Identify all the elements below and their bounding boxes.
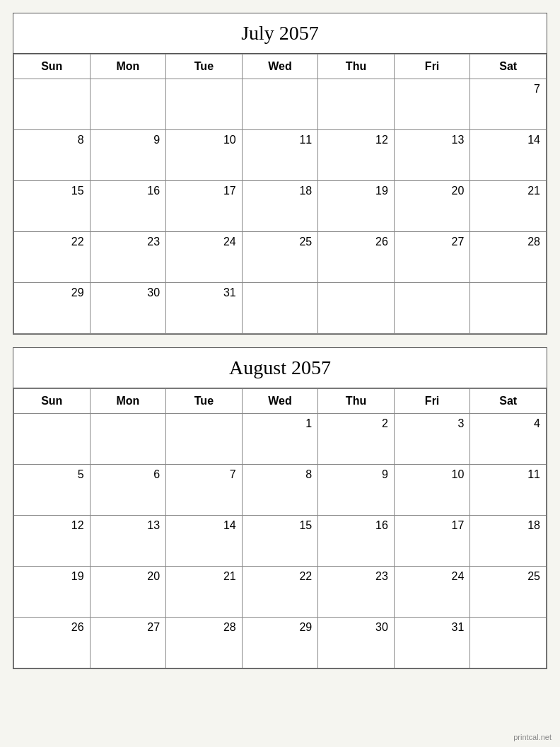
table-row: 31 [166,283,243,334]
table-row: 30 [318,618,395,668]
table-row [242,283,318,334]
table-row: 3 [394,414,470,465]
table-row: 28 [166,618,243,668]
header-mon: Mon [90,54,166,79]
table-row: 17 [394,516,470,567]
august-title: August 2057 [13,348,547,388]
header-sun: Sun [14,54,91,79]
table-row: 14 [166,516,243,567]
table-row [14,79,91,130]
table-row: 27 [394,232,470,283]
header-fri: Fri [394,54,470,79]
table-row: 18 [470,516,547,567]
table-row: 8 [14,130,91,181]
header-tue: Tue [166,389,243,414]
table-row: 22 [14,232,91,283]
table-row: 22 [242,567,318,618]
august-calendar: August 2057 Sun Mon Tue Wed Thu Fri Sat … [13,347,547,669]
table-row: 11 [470,465,547,516]
header-sat: Sat [470,389,547,414]
table-row: 15 [242,516,318,567]
table-row: 31 [394,618,470,668]
july-title: July 2057 [13,13,547,54]
table-row [470,283,547,334]
table-row: 21 [470,181,547,232]
table-row: 7 [470,79,547,130]
table-row: 30 [90,283,166,334]
table-row: 20 [394,181,470,232]
header-tue: Tue [166,54,243,79]
table-row [242,79,318,130]
table-row: 15 [14,181,91,232]
table-row: 6 [90,465,166,516]
table-row [470,618,547,668]
header-fri: Fri [394,389,470,414]
table-row: 1 [242,414,318,465]
table-row: 14 [470,130,547,181]
header-wed: Wed [242,54,318,79]
table-row: 12 [14,516,91,567]
table-row: 9 [318,465,395,516]
table-row: 28 [470,232,547,283]
table-row [394,79,470,130]
table-row [14,414,91,465]
watermark: printcal.net [513,733,552,741]
table-row: 23 [90,232,166,283]
table-row: 19 [318,181,395,232]
table-row: 21 [166,567,243,618]
table-row [318,283,395,334]
table-row: 26 [318,232,395,283]
table-row: 12 [318,130,395,181]
table-row: 11 [242,130,318,181]
table-row: 13 [394,130,470,181]
table-row: 27 [90,618,166,668]
header-sun: Sun [14,389,91,414]
table-row: 10 [166,130,243,181]
table-row: 10 [394,465,470,516]
table-row: 2 [318,414,395,465]
table-row: 16 [90,181,166,232]
july-calendar: July 2057 Sun Mon Tue Wed Thu Fri Sat 78… [13,13,547,335]
table-row: 19 [14,567,91,618]
table-row [90,79,166,130]
table-row [318,79,395,130]
table-row: 29 [242,618,318,668]
table-row: 24 [394,567,470,618]
table-row: 29 [14,283,91,334]
header-wed: Wed [242,389,318,414]
table-row: 13 [90,516,166,567]
table-row [166,79,243,130]
header-mon: Mon [90,389,166,414]
table-row: 16 [318,516,395,567]
table-row: 23 [318,567,395,618]
header-thu: Thu [318,389,395,414]
table-row: 4 [470,414,547,465]
header-sat: Sat [470,54,547,79]
table-row: 25 [242,232,318,283]
table-row [166,414,243,465]
table-row: 17 [166,181,243,232]
table-row: 20 [90,567,166,618]
table-row: 24 [166,232,243,283]
table-row [90,414,166,465]
header-thu: Thu [318,54,395,79]
table-row: 26 [14,618,91,668]
table-row: 25 [470,567,547,618]
table-row: 7 [166,465,243,516]
table-row: 18 [242,181,318,232]
table-row: 8 [242,465,318,516]
table-row [394,283,470,334]
table-row: 9 [90,130,166,181]
table-row: 5 [14,465,91,516]
